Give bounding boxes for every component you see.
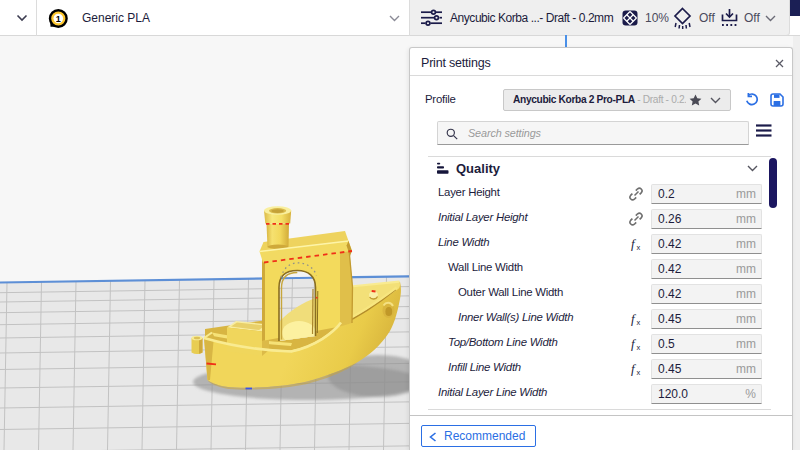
- svg-text:x: x: [637, 368, 641, 377]
- svg-text:1: 1: [56, 14, 61, 24]
- svg-text:x: x: [637, 243, 641, 252]
- svg-text:x: x: [637, 343, 641, 352]
- svg-text:x: x: [637, 318, 641, 327]
